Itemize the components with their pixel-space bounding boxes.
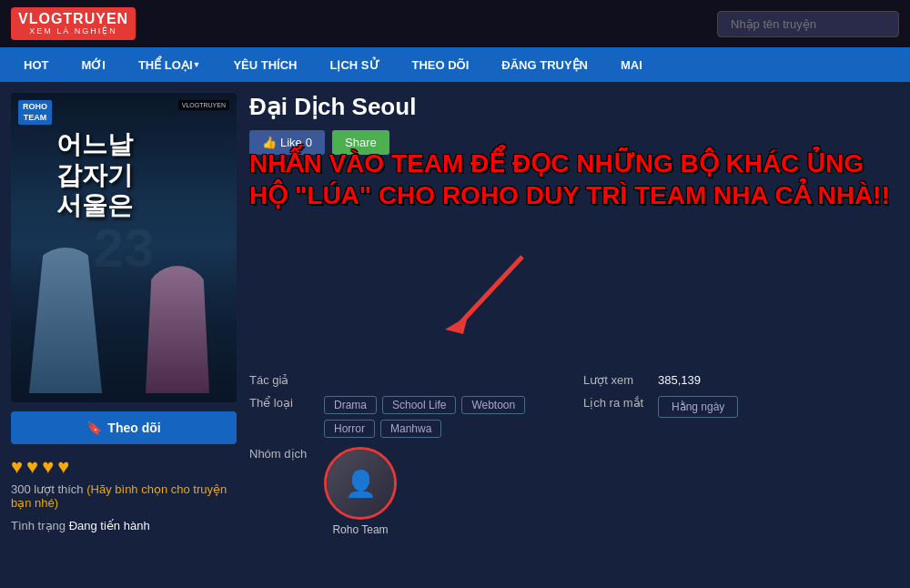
cover-image: ROHO TEAM VLOGTRUYEN 어느날갑자기서울은 23: [11, 93, 237, 402]
main-content: ROHO TEAM VLOGTRUYEN 어느날갑자기서울은 23 🔖 Theo…: [0, 82, 910, 588]
nav-item-mai[interactable]: MAI: [604, 47, 659, 82]
luot-xem-label: Lượt xem: [583, 373, 647, 387]
roho-badge: ROHO TEAM: [18, 100, 52, 125]
action-buttons: 👍 Like 0 Share: [249, 130, 899, 155]
nav: HOT MỚI THỂ LOẠI YÊU THÍCH LỊCH SỬ THEO …: [0, 47, 910, 82]
nhom-dich-row: Nhóm dịch 👤 Roho Team: [249, 447, 565, 536]
nav-item-moi[interactable]: MỚI: [65, 47, 121, 82]
search-input[interactable]: [717, 11, 899, 37]
like-label: Like: [280, 136, 302, 149]
likes-count: 300 lượt thích (Hãy bình chọn cho truyện…: [11, 482, 237, 510]
search-box[interactable]: [717, 11, 899, 37]
logo-box: VLOGTRUYEN XEM LÀ NGHIỆN: [11, 7, 136, 40]
hearts-container: ♥ ♥ ♥ ♥: [11, 455, 237, 479]
char-girl: [146, 266, 209, 393]
tag-manhwa[interactable]: Manhwa: [380, 420, 441, 438]
heart-3[interactable]: ♥: [42, 455, 54, 479]
lich-ra-mat-button[interactable]: Hằng ngày: [658, 396, 738, 418]
vlog-badge: VLOGTRUYEN: [178, 100, 229, 110]
nav-item-yeu-thich[interactable]: YÊU THÍCH: [217, 47, 313, 82]
luot-xem-row: Lượt xem 385,139: [583, 373, 899, 387]
heart-4[interactable]: ♥: [57, 455, 69, 479]
tag-school-life[interactable]: School Life: [382, 396, 456, 414]
the-loai-row: Thể loại Drama School Life Webtoon Horro…: [249, 396, 565, 438]
left-panel: ROHO TEAM VLOGTRUYEN 어느날갑자기서울은 23 🔖 Theo…: [11, 93, 237, 577]
the-loai-label: Thể loại: [249, 396, 313, 410]
like-count: 0: [306, 136, 312, 149]
info-grid: Tác giả Lượt xem 385,139 Thể loại Drama …: [249, 373, 899, 536]
cover-chars: [11, 202, 237, 402]
logo-sub: XEM LÀ NGHIỆN: [29, 26, 117, 36]
theo-doi-button[interactable]: 🔖 Theo dõi: [11, 411, 237, 444]
group-container: 👤 Roho Team: [324, 447, 397, 536]
group-avatar: 👤: [327, 450, 394, 517]
luot-xem-value: 385,139: [658, 373, 701, 387]
bookmark-icon: 🔖: [86, 421, 102, 435]
genre-tags: Drama School Life Webtoon Horror Manhwa: [324, 396, 565, 438]
tag-drama[interactable]: Drama: [324, 396, 377, 414]
nhom-dich-label: Nhóm dịch: [249, 447, 313, 461]
heart-1[interactable]: ♥: [11, 455, 23, 479]
tag-webtoon[interactable]: Webtoon: [461, 396, 525, 414]
group-name: Roho Team: [332, 523, 388, 536]
heart-2[interactable]: ♥: [26, 455, 38, 479]
header: VLOGTRUYEN XEM LÀ NGHIỆN: [0, 0, 910, 47]
lich-ra-mat-label: Lịch ra mắt: [583, 396, 647, 410]
nav-item-lich-su[interactable]: LỊCH SỬ: [314, 47, 396, 82]
right-panel: Đại Dịch Seoul 👍 Like 0 Share NHẤN VÀO T…: [249, 93, 899, 577]
svg-marker-1: [445, 316, 468, 334]
tac-gia-label: Tác giả: [249, 373, 313, 387]
thumb-icon: 👍: [262, 136, 277, 149]
char-main: [29, 248, 102, 393]
theo-doi-label: Theo dõi: [107, 421, 160, 435]
svg-line-0: [459, 257, 522, 325]
group-avatar-ring[interactable]: 👤: [324, 447, 397, 520]
like-button[interactable]: 👍 Like 0: [249, 130, 325, 155]
red-arrow-icon: [431, 248, 541, 339]
nav-item-the-loai[interactable]: THỂ LOẠI: [122, 47, 217, 82]
nav-item-theo-doi[interactable]: THEO DÕI: [396, 47, 486, 82]
share-button[interactable]: Share: [332, 130, 389, 155]
logo-top: VLOGTRUYEN: [18, 11, 128, 27]
tinh-trang: Tình trạng Đang tiến hành: [11, 519, 237, 532]
tag-horror[interactable]: Horror: [324, 420, 375, 438]
lich-ra-mat-row: Lịch ra mắt Hằng ngày: [583, 396, 899, 438]
tac-gia-row: Tác giả: [249, 373, 565, 387]
promo-overlay: NHẤN VÀO TEAM ĐỂ ĐỌC NHỮNG BỘ KHÁC ỦNG H…: [249, 147, 899, 211]
manga-title: Đại Dịch Seoul: [249, 93, 899, 121]
logo: VLOGTRUYEN XEM LÀ NGHIỆN: [11, 7, 136, 40]
group-avatar-icon: 👤: [345, 469, 377, 499]
nav-item-dang-truyen[interactable]: ĐĂNG TRUYỆN: [485, 47, 604, 82]
nav-item-hot[interactable]: HOT: [7, 47, 65, 82]
promo-text-line2: HỘ "LÚA" CHO ROHO DUY TRÌ TEAM NHA CẢ NH…: [249, 179, 899, 211]
cover-inner: ROHO TEAM VLOGTRUYEN 어느날갑자기서울은 23: [11, 93, 237, 402]
